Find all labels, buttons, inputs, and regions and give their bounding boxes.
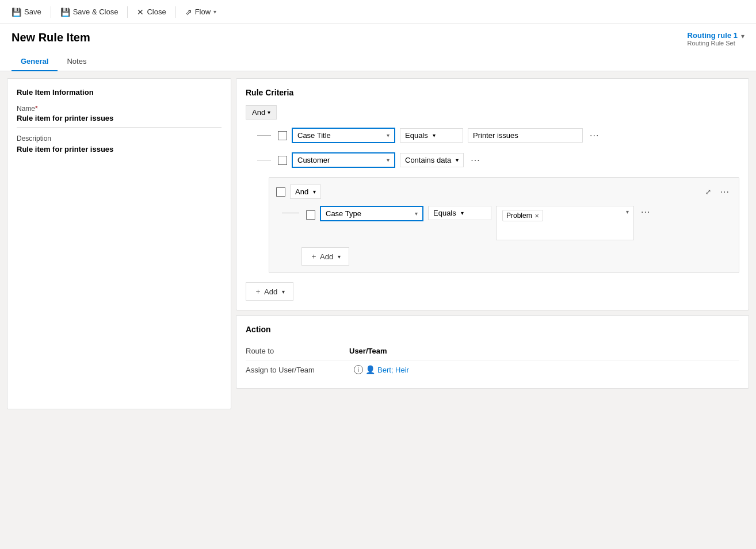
case-type-equals-label: Equals: [433, 209, 456, 217]
equals-operator-1[interactable]: Equals ▾: [400, 128, 463, 143]
case-type-equals-operator[interactable]: Equals ▾: [428, 206, 491, 220]
and-group-more-button[interactable]: ···: [718, 186, 732, 198]
outer-add-label: Add: [264, 287, 277, 296]
customer-chevron-icon: ▾: [387, 157, 390, 163]
case-title-dropdown[interactable]: Case Title ▾: [292, 128, 395, 143]
row1-more-button[interactable]: ···: [587, 129, 601, 142]
customer-dropdown[interactable]: Customer ▾: [292, 152, 395, 168]
inner-add-button[interactable]: ＋ Add ▾: [301, 247, 349, 266]
outer-add-chevron-icon: ▾: [282, 289, 285, 295]
page-title: New Rule Item: [12, 31, 90, 44]
case-type-chevron-icon: ▾: [415, 210, 418, 217]
case-type-dropdown[interactable]: Case Type ▾: [320, 206, 423, 221]
row2-more-button[interactable]: ···: [468, 154, 482, 167]
checkbox-row2[interactable]: [278, 156, 287, 165]
tab-general[interactable]: General: [12, 52, 58, 71]
left-panel-title: Rule Item Information: [17, 88, 222, 97]
toolbar-divider-1: [51, 6, 51, 18]
outer-add-button[interactable]: ＋ Add ▾: [246, 282, 293, 301]
action-panel: Action Route to User/Team Assign to User…: [236, 315, 749, 389]
toolbar-divider-2: [127, 6, 128, 18]
name-value: Rule item for printer issues: [17, 114, 222, 128]
criteria-title: Rule Criteria: [246, 88, 739, 97]
close-icon: ✕: [137, 7, 144, 17]
and-chevron-icon: ▾: [268, 109, 270, 116]
routing-chevron-icon[interactable]: ▾: [741, 32, 744, 40]
and-group-header: And ▾ ⤢ ···: [276, 185, 732, 199]
checkbox-case-type[interactable]: [306, 210, 315, 220]
save-icon: 💾: [12, 7, 21, 17]
equals-label-1: Equals: [405, 131, 428, 140]
problem-tag-label: Problem: [506, 212, 532, 220]
main-content: Rule Item Information Name* Rule item fo…: [0, 71, 756, 416]
checkbox-and-group[interactable]: [276, 187, 285, 197]
checkbox-row1[interactable]: [278, 131, 287, 140]
user-icon: 👤: [365, 365, 375, 374]
info-icon[interactable]: i: [354, 365, 363, 374]
save-label: Save: [24, 7, 41, 16]
contains-data-label: Contains data: [405, 156, 451, 164]
description-value: Rule item for printer issues: [17, 145, 222, 153]
case-title-text: Case Title: [297, 131, 383, 140]
criteria-row-2: Customer ▾ Contains data ▾ ···: [246, 152, 739, 168]
assign-label: Assign to User/Team: [246, 366, 349, 374]
nested-row-case-type: Case Type ▾ Equals ▾ Problem ✕: [276, 206, 732, 240]
case-type-value-field[interactable]: Problem ✕ ▾: [496, 206, 634, 240]
route-to-value: User/Team: [349, 347, 387, 355]
case-type-text: Case Type: [326, 209, 411, 218]
close-label: Close: [147, 7, 166, 16]
flow-icon: ⇗: [185, 7, 192, 17]
action-title: Action: [246, 325, 739, 334]
description-label: Description: [17, 135, 222, 143]
nested-and-chevron-icon: ▾: [313, 189, 316, 195]
tabs: General Notes: [12, 52, 744, 71]
case-type-equals-chevron-icon: ▾: [461, 210, 464, 216]
tab-notes[interactable]: Notes: [58, 52, 96, 71]
equals-chevron-1-icon: ▾: [433, 132, 436, 139]
routing-rule-link[interactable]: Routing rule 1: [688, 31, 738, 40]
case-title-chevron-icon: ▾: [387, 132, 390, 139]
case-title-value[interactable]: Printer issues: [468, 128, 583, 143]
nested-h-connector: [282, 213, 299, 213]
toolbar: 💾 Save 💾 Save & Close ✕ Close ⇗ Flow ▾: [0, 0, 756, 24]
flow-chevron-icon: ▾: [213, 9, 216, 15]
assign-icons: i 👤 Bert; Heir: [354, 365, 409, 374]
assign-value[interactable]: Bert; Heir: [377, 366, 409, 374]
nested-and-label: And: [295, 187, 308, 196]
problem-tag-remove[interactable]: ✕: [534, 213, 539, 219]
inner-add-label: Add: [320, 252, 333, 261]
flow-button[interactable]: ⇗ Flow ▾: [181, 5, 221, 19]
customer-text: Customer: [297, 156, 383, 164]
tag-dropdown-icon[interactable]: ▾: [626, 209, 629, 215]
right-panel: Rule Criteria And ▾ Case Title ▾ Equals …: [236, 78, 749, 409]
routing-rule-sub: Routing Rule Set: [688, 40, 738, 47]
nested-and-group: And ▾ ⤢ ··· Case Type ▾: [269, 177, 739, 273]
and-top-button[interactable]: And ▾: [246, 105, 277, 120]
case-type-more-button[interactable]: ···: [639, 206, 652, 218]
criteria-panel: Rule Criteria And ▾ Case Title ▾ Equals …: [236, 78, 749, 310]
close-button[interactable]: ✕ Close: [132, 5, 170, 19]
route-to-row: Route to User/Team: [246, 342, 739, 360]
left-panel: Rule Item Information Name* Rule item fo…: [7, 78, 231, 409]
contains-data-chevron-icon: ▾: [456, 157, 459, 163]
collapse-icon: ⤢: [705, 188, 711, 196]
assign-row: Assign to User/Team i 👤 Bert; Heir: [246, 360, 739, 379]
criteria-row-1: Case Title ▾ Equals ▾ Printer issues ···: [246, 128, 739, 143]
collapse-button[interactable]: ⤢: [703, 187, 713, 197]
routing-rule-info: Routing rule 1 Routing Rule Set ▾: [688, 31, 744, 47]
save-close-button[interactable]: 💾 Save & Close: [56, 5, 123, 19]
outer-add-plus-icon: ＋: [254, 286, 262, 297]
h-connector-1: [257, 135, 271, 136]
toolbar-divider-3: [175, 6, 176, 18]
header-area: New Rule Item Routing rule 1 Routing Rul…: [0, 24, 756, 71]
save-close-icon: 💾: [60, 7, 70, 17]
problem-tag: Problem ✕: [502, 210, 543, 221]
inner-add-plus-icon: ＋: [310, 251, 318, 262]
save-button[interactable]: 💾 Save: [7, 5, 46, 19]
h-connector-2: [257, 160, 271, 160]
nested-and-button[interactable]: And ▾: [290, 185, 321, 199]
inner-add-chevron-icon: ▾: [338, 254, 341, 260]
save-close-label: Save & Close: [73, 7, 119, 16]
contains-data-operator[interactable]: Contains data ▾: [400, 153, 464, 167]
flow-label: Flow: [195, 7, 211, 16]
